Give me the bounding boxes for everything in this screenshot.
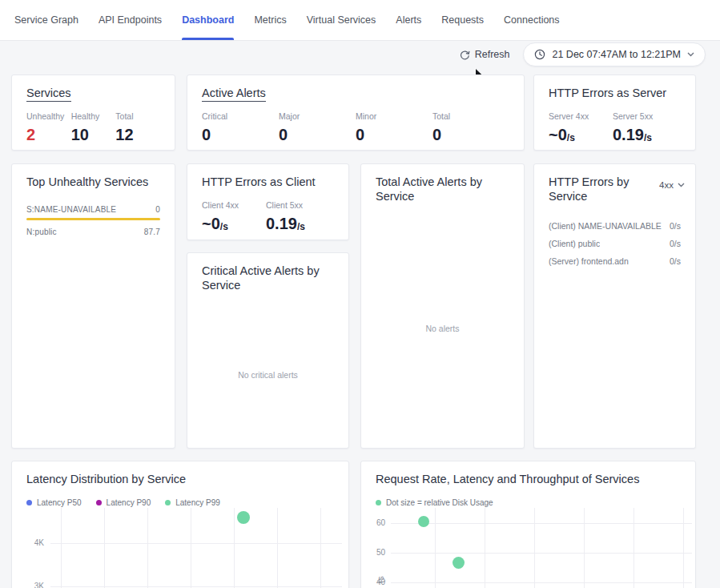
empty-state-text: No alerts bbox=[361, 324, 524, 333]
list-item[interactable]: S:NAME-UNAVAILABLE 0 bbox=[26, 205, 160, 220]
stat-value: 0.19/s bbox=[266, 215, 330, 232]
http-server-stats: Server 4xx ~0/s Server 5xx 0.19/s bbox=[549, 111, 681, 143]
time-range-picker[interactable]: 21 Dec 07:47AM to 12:21PM bbox=[523, 42, 706, 66]
top-nav: Service Graph API Endpoints Dashboard Me… bbox=[0, 0, 720, 41]
toolbar: Refresh 21 Dec 07:47AM to 12:21PM bbox=[460, 42, 706, 66]
stat-value: 12 bbox=[115, 127, 160, 143]
card-title: Latency Distribution by Service bbox=[26, 472, 334, 486]
service-value: 0 bbox=[155, 205, 160, 214]
active-alerts-stats: Critical 0 Major 0 Minor 0 Total 0 bbox=[202, 111, 509, 143]
request-scatter-plot bbox=[391, 508, 692, 588]
request-rate-card: Request Rate, Latency and Throughput of … bbox=[360, 461, 696, 588]
stat-minor: Minor 0 bbox=[356, 111, 432, 143]
stat-value-unit: /s bbox=[644, 132, 652, 143]
y-tick-label: 4K bbox=[23, 538, 44, 547]
legend-label: Latency P50 bbox=[37, 498, 82, 507]
card-title: HTTP Errors as Client bbox=[202, 175, 334, 189]
stat-label: Minor bbox=[356, 111, 432, 121]
table-row: (Server) frontend.adn 0/s bbox=[549, 256, 681, 266]
row-name: (Client) public bbox=[549, 239, 600, 248]
error-class-dropdown[interactable]: 4xx bbox=[659, 180, 685, 190]
y-tick-label: 3K bbox=[23, 582, 44, 588]
legend-dot bbox=[96, 500, 102, 505]
data-point[interactable] bbox=[418, 516, 429, 527]
stat-value: ~0/s bbox=[549, 127, 613, 143]
chart-legend: Latency P50 Latency P90 Latency P99 bbox=[26, 498, 334, 507]
chart-legend: Dot size = relative Disk Usage bbox=[376, 498, 681, 507]
stat-label: Unhealthy bbox=[26, 111, 71, 121]
service-health-bar bbox=[26, 218, 160, 220]
latency-distribution-card: Latency Distribution by Service Latency … bbox=[11, 461, 349, 588]
row-value: 0/s bbox=[670, 221, 681, 231]
refresh-button[interactable]: Refresh bbox=[460, 49, 510, 60]
legend-item-p50[interactable]: Latency P50 bbox=[26, 498, 82, 507]
table-row: (Client) NAME-UNAVAILABLE 0/s bbox=[549, 221, 681, 231]
data-point[interactable] bbox=[453, 557, 465, 569]
stat-client-4xx: Client 4xx ~0/s bbox=[202, 200, 266, 232]
time-range-label: 21 Dec 07:47AM to 12:21PM bbox=[552, 49, 681, 60]
card-title: Request Rate, Latency and Throughput of … bbox=[376, 472, 681, 486]
service-name: S:NAME-UNAVAILABLE bbox=[26, 205, 116, 214]
chevron-down-icon bbox=[687, 52, 694, 57]
legend-label: Dot size = relative Disk Usage bbox=[386, 498, 493, 507]
refresh-label: Refresh bbox=[475, 49, 510, 60]
error-rows: (Client) NAME-UNAVAILABLE 0/s (Client) p… bbox=[549, 221, 681, 266]
stat-value: 2 bbox=[26, 127, 71, 143]
active-alerts-summary-card: Active Alerts Critical 0 Major 0 Minor 0… bbox=[187, 75, 525, 151]
card-title: Active Alerts bbox=[202, 86, 509, 100]
stat-label: Client 5xx bbox=[266, 200, 330, 210]
row-name: (Server) frontend.adn bbox=[549, 256, 629, 266]
legend-item-p90[interactable]: Latency P90 bbox=[96, 498, 151, 507]
card-title: HTTP Errors by Service bbox=[549, 175, 645, 203]
card-title: Top Unhealthy Services bbox=[26, 175, 160, 189]
stat-value: 10 bbox=[71, 127, 116, 143]
tab-dashboard[interactable]: Dashboard bbox=[182, 0, 234, 40]
y-axis-label: (s bbox=[376, 576, 385, 582]
stat-client-5xx: Client 5xx 0.19/s bbox=[266, 200, 330, 232]
stat-label: Total bbox=[115, 111, 160, 121]
stat-unhealthy: Unhealthy 2 bbox=[26, 111, 71, 143]
stat-value: 0 bbox=[432, 127, 509, 143]
card-title: Services bbox=[26, 86, 160, 100]
unhealthy-services-list: S:NAME-UNAVAILABLE 0 N:public 87.7 bbox=[26, 205, 160, 236]
tab-service-graph[interactable]: Service Graph bbox=[14, 0, 78, 40]
y-tick-label: 50 bbox=[364, 548, 385, 557]
data-point-p99[interactable] bbox=[237, 511, 250, 524]
tab-api-endpoints[interactable]: API Endpoints bbox=[99, 0, 162, 40]
tab-connections[interactable]: Connections bbox=[504, 0, 560, 40]
stat-value-number: 0.19 bbox=[266, 215, 297, 232]
stat-value-unit: /s bbox=[220, 221, 228, 232]
refresh-icon bbox=[460, 50, 470, 60]
stat-value-number: ~0 bbox=[202, 215, 220, 232]
dropdown-value: 4xx bbox=[659, 180, 674, 190]
empty-state-text: No critical alerts bbox=[187, 370, 348, 380]
latency-scatter-plot bbox=[50, 508, 342, 588]
service-name: N:public bbox=[26, 228, 57, 236]
stat-label: Server 4xx bbox=[549, 111, 613, 121]
y-tick-label: 60 bbox=[364, 518, 385, 527]
stat-healthy: Healthy 10 bbox=[71, 111, 116, 143]
stat-label: Total bbox=[432, 111, 509, 121]
tab-requests[interactable]: Requests bbox=[441, 0, 484, 40]
tab-virtual-services[interactable]: Virtual Services bbox=[307, 0, 376, 40]
tab-alerts[interactable]: Alerts bbox=[396, 0, 421, 40]
legend-dot bbox=[165, 500, 171, 505]
stat-label: Major bbox=[279, 111, 356, 121]
row-value: 0/s bbox=[670, 256, 681, 266]
http-client-stats: Client 4xx ~0/s Client 5xx 0.19/s bbox=[202, 200, 334, 232]
clock-icon bbox=[534, 49, 545, 60]
stat-label: Server 5xx bbox=[613, 111, 677, 121]
list-item[interactable]: N:public 87.7 bbox=[26, 228, 160, 236]
stat-value-unit: /s bbox=[567, 132, 575, 143]
http-errors-by-service-card: HTTP Errors by Service 4xx (Client) NAME… bbox=[533, 163, 696, 449]
stat-server-4xx: Server 4xx ~0/s bbox=[549, 111, 613, 143]
legend-item-p99[interactable]: Latency P99 bbox=[165, 498, 220, 507]
stat-total: Total 12 bbox=[115, 111, 160, 143]
stat-value: ~0/s bbox=[202, 215, 266, 232]
services-stats: Unhealthy 2 Healthy 10 Total 12 bbox=[26, 111, 160, 143]
stat-value-unit: /s bbox=[297, 221, 305, 232]
tab-metrics[interactable]: Metrics bbox=[254, 0, 286, 40]
card-title: Critical Active Alerts by Service bbox=[202, 264, 334, 292]
legend-item-disk-usage[interactable]: Dot size = relative Disk Usage bbox=[376, 498, 493, 507]
stat-critical: Critical 0 bbox=[202, 111, 279, 143]
